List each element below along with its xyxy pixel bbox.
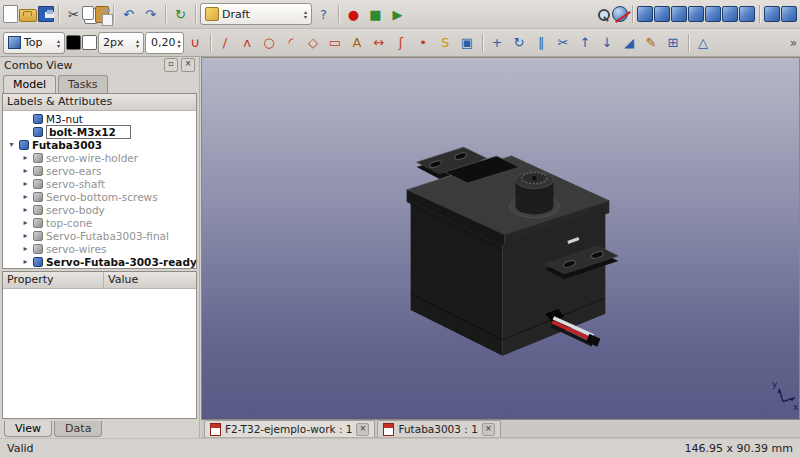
value-column-header[interactable]: Value [104,272,142,288]
draft-dimension-icon[interactable]: ↔ [369,32,390,53]
line-color-swatch[interactable] [66,35,81,50]
close-tab-icon[interactable]: × [356,423,369,436]
draft-edit-icon[interactable]: ✎ [641,32,662,53]
paste-icon[interactable] [95,6,109,23]
tree-item[interactable]: ▸servo-shaft [3,177,196,190]
refresh-icon[interactable]: ↻ [170,4,191,25]
view-right-icon[interactable] [688,6,704,22]
draft-upgrade-icon[interactable]: ↑ [575,32,596,53]
new-document-icon[interactable] [3,5,18,23]
draft-polygon-icon[interactable]: ◇ [303,32,324,53]
macro-stop-icon[interactable]: ■ [365,4,386,25]
draft-shapestring-icon[interactable]: S [435,32,456,53]
view-axonometric-icon[interactable] [637,6,653,22]
draft-circle-icon[interactable]: ○ [259,32,280,53]
view-rear-icon[interactable] [705,6,721,22]
tree-item-icon [33,257,43,267]
copy-icon[interactable] [82,6,94,20]
draft-construction-icon[interactable]: △ [693,32,714,53]
tree-item[interactable]: ▸Servo-Futaba-3003-ready [3,255,196,268]
tree-item[interactable]: ▸top-cone [3,216,196,229]
expand-arrow-icon[interactable]: ▸ [21,192,30,201]
draft-rectangle-icon[interactable]: ▭ [325,32,346,53]
draft-arc-icon[interactable]: ◜ [281,32,302,53]
rename-input[interactable]: bolt-M3x12 [46,125,131,139]
document-icon [210,423,221,436]
panel-title-bar[interactable]: Combo View ▫ × [0,57,199,73]
spin-down-icon[interactable]: ▾ [304,14,307,19]
draft-downgrade-icon[interactable]: ↓ [597,32,618,53]
draft-offset-icon[interactable]: ∥ [531,32,552,53]
close-tab-icon[interactable]: × [482,423,495,436]
tree-item[interactable]: ▾Futaba3003 [3,138,196,151]
draft-scale-icon[interactable]: ◢ [619,32,640,53]
view-top-icon[interactable] [671,6,687,22]
expand-arrow-icon[interactable]: ▸ [21,153,30,162]
offset-spinbox[interactable]: 0,20 ▴▾ [145,32,184,54]
expand-arrow-icon[interactable]: ▸ [21,179,30,188]
spin-down-icon[interactable]: ▾ [178,43,181,48]
save-icon[interactable] [38,6,54,22]
line-width-selector[interactable]: 2px ▴▾ [98,32,144,54]
toolbar-overflow-icon[interactable]: » [790,36,797,50]
cut-icon[interactable]: ✂ [63,4,84,25]
draft-text-icon[interactable]: A [347,32,368,53]
expand-arrow-icon[interactable]: ▸ [21,231,30,240]
draft-point-icon[interactable]: • [413,32,434,53]
spin-down-icon[interactable]: ▾ [136,43,139,48]
view-rotate-right-icon[interactable] [781,6,797,22]
working-plane-selector[interactable]: Top ▴▾ [3,32,65,54]
mdi-tab[interactable]: F2-T32-ejemplo-work : 1× [204,420,375,437]
macro-play-icon[interactable]: ▶ [387,4,408,25]
draft-clone-icon[interactable]: ⊞ [663,32,684,53]
tree-item[interactable]: ▸servo-body [3,203,196,216]
mdi-tab[interactable]: Futaba3003 : 1× [377,420,500,437]
tree-item-label: Servo-Futaba-3003-ready [46,256,196,268]
face-color-swatch[interactable] [82,35,97,50]
view-left-icon[interactable] [739,6,755,22]
expand-arrow-icon[interactable]: ▸ [21,205,30,214]
float-panel-icon[interactable]: ▫ [164,58,178,72]
macro-record-icon[interactable]: ● [343,4,364,25]
workbench-selector[interactable]: Draft ▴▾ [200,3,312,25]
draft-bspline-icon[interactable]: ʃ [391,32,412,53]
view-rotate-left-icon[interactable] [764,6,780,22]
tab-tasks[interactable]: Tasks [58,75,107,93]
close-panel-icon[interactable]: × [181,58,195,72]
tab-view[interactable]: View [4,421,52,437]
draft-trimex-icon[interactable]: ✂ [553,32,574,53]
tab-model[interactable]: Model [3,75,56,93]
expand-arrow-icon[interactable]: ▸ [21,257,30,266]
view-front-icon[interactable] [654,6,670,22]
redo-icon[interactable]: ↷ [140,4,161,25]
tree-item[interactable]: ▸Servo-Futaba3003-final [3,229,196,242]
expand-arrow-icon[interactable]: ▸ [21,244,30,253]
tab-data[interactable]: Data [54,421,102,437]
open-document-icon[interactable] [19,9,37,22]
draft-rotate-icon[interactable]: ↻ [509,32,530,53]
tree-item[interactable]: ▸Servo-bottom-screws [3,190,196,203]
mdi-tab-label: Futaba3003 : 1 [398,423,477,435]
3d-viewport[interactable]: x y [201,57,800,420]
servo-model[interactable] [407,147,619,356]
tree-item[interactable]: M3-nut [3,112,196,125]
expand-arrow-icon[interactable]: ▾ [7,140,16,149]
undo-icon[interactable]: ↶ [118,4,139,25]
draft-move-icon[interactable]: + [487,32,508,53]
draft-wire-icon[interactable]: ʌ [237,32,258,53]
expand-arrow-icon[interactable]: ▸ [21,166,30,175]
whatsthis-icon[interactable]: ? [313,4,334,25]
expand-arrow-icon[interactable]: ▸ [21,218,30,227]
view-fit-all-icon[interactable] [595,6,611,22]
tree-item[interactable]: bolt-M3x12 [3,125,196,138]
tree-item[interactable]: ▸servo-wire-holder [3,151,196,164]
tree-item[interactable]: ▸servo-wires [3,242,196,255]
property-column-header[interactable]: Property [3,272,104,288]
spin-down-icon[interactable]: ▾ [57,43,60,48]
draft-line-icon[interactable]: / [215,32,236,53]
draft-facebinder-icon[interactable]: ▣ [457,32,478,53]
view-bottom-icon[interactable] [722,6,738,22]
tree-item[interactable]: ▸servo-ears [3,164,196,177]
snap-toggle-icon[interactable]: ∪ [185,32,206,53]
draw-style-icon[interactable] [612,6,628,22]
